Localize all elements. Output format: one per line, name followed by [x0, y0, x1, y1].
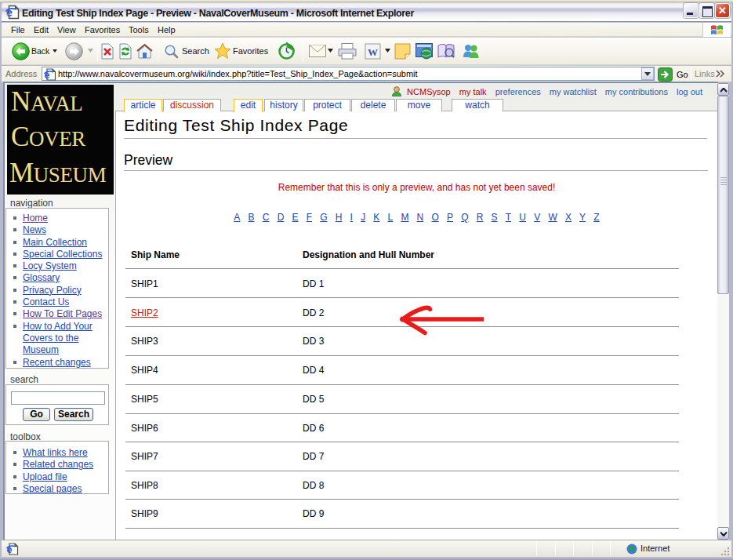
svg-text:W: W — [368, 46, 378, 58]
svg-text:e: e — [6, 6, 13, 19]
